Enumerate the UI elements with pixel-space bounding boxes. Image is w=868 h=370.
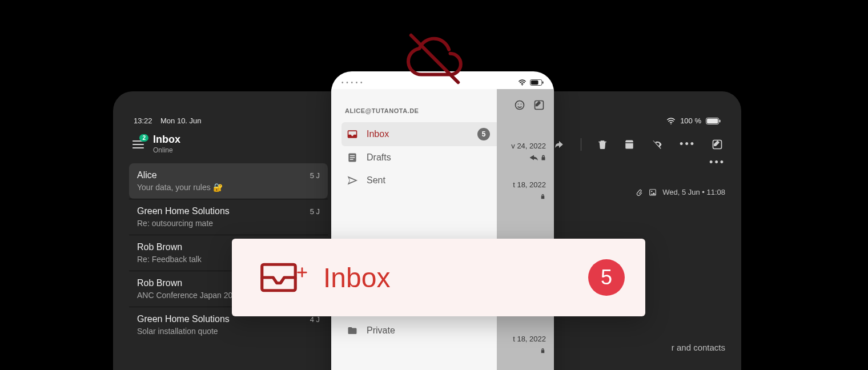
- email-sender: Alice: [137, 170, 157, 180]
- email-preview: Re: outsourcing mate: [137, 219, 320, 228]
- cloud-off-icon: [397, 27, 472, 90]
- peek-reply-lock: [529, 154, 546, 161]
- svg-rect-15: [531, 81, 539, 85]
- svg-rect-2: [707, 118, 718, 123]
- dynamic-island-dots: • • • • •: [341, 79, 363, 86]
- image-thumb-icon: [649, 188, 657, 196]
- email-item[interactable]: Green Home Solutions 5 J Re: outsourcing…: [129, 199, 328, 235]
- svg-point-21: [516, 101, 524, 110]
- menu-button[interactable]: 2: [131, 138, 145, 151]
- battery-icon: [706, 118, 721, 124]
- phone-folder-sidebar: ALICE@TUTANOTA.DE Inbox 5 Drafts Sent: [331, 89, 497, 370]
- email-preview: Your data, your rules 🔐: [137, 183, 320, 192]
- email-sender: Green Home Solutions: [137, 206, 230, 216]
- battery-icon: [530, 79, 544, 86]
- svg-rect-16: [542, 81, 544, 83]
- folder-label: Private: [367, 325, 395, 336]
- callout-label: Inbox: [323, 262, 390, 293]
- folder-label: Sent: [367, 175, 385, 186]
- inbox-count-badge: 5: [477, 128, 490, 140]
- inbox-icon: [346, 128, 359, 140]
- svg-point-22: [518, 104, 519, 105]
- email-preview: Solar installation quote: [137, 327, 320, 336]
- wifi-icon: [666, 118, 676, 124]
- drafts-icon: [346, 152, 359, 163]
- detail-date: Wed, 5 Jun • 11:08: [662, 188, 725, 196]
- phone-device-light: • • • • • ALICE@TUTANOTA.DE Inbox 5 Draf…: [331, 71, 554, 370]
- email-date: 5 J: [310, 171, 320, 180]
- status-left: 13:22 Mon 10. Jun: [134, 116, 202, 125]
- lock-icon: [540, 193, 546, 200]
- menu-badge: 2: [139, 134, 148, 142]
- tablet-detail-pane: ••• Wed, 5 Jun • 11:08: [542, 129, 725, 201]
- wifi-icon: [518, 79, 527, 86]
- tablet-title: Inbox: [153, 134, 180, 144]
- compose-icon[interactable]: [533, 99, 545, 111]
- status-date: Mon 10. Jun: [160, 116, 202, 125]
- status-right: 100 %: [666, 116, 721, 125]
- inbox-callout: Inbox 5: [232, 239, 645, 316]
- status-battery-text: 100 %: [680, 116, 701, 125]
- svg-rect-19: [350, 157, 355, 158]
- account-email: ALICE@TUTANOTA.DE: [341, 94, 497, 122]
- body-fragment: r and contacts: [672, 343, 725, 352]
- status-time: 13:22: [134, 116, 152, 125]
- peek-date: t 18, 2022: [513, 335, 546, 343]
- folder-icon: [346, 325, 359, 336]
- phone-peek-column: v 24, 2022 t 18, 2022 t 18, 2022 t 18, 2…: [497, 89, 554, 370]
- callout-count-badge: 5: [588, 259, 625, 296]
- detail-more-icon[interactable]: •••: [709, 156, 725, 168]
- peek-date: t 18, 2022: [513, 180, 546, 189]
- email-sender: Rob Brown: [137, 278, 182, 288]
- folder-inbox[interactable]: Inbox 5: [341, 122, 497, 146]
- sent-icon: [346, 175, 359, 186]
- email-date: 5 J: [310, 207, 320, 216]
- svg-point-23: [521, 104, 522, 105]
- email-item[interactable]: Alice 5 J Your data, your rules 🔐: [129, 163, 328, 199]
- svg-point-12: [651, 191, 652, 192]
- tablet-subtitle: Online: [153, 146, 180, 154]
- tablet-title-block: Inbox Online: [153, 134, 180, 154]
- emoji-icon[interactable]: [514, 99, 525, 111]
- attachment-icon: [635, 188, 643, 196]
- svg-rect-3: [720, 119, 721, 122]
- email-sender: Green Home Solutions: [137, 314, 230, 324]
- folder-private[interactable]: Private: [341, 320, 497, 341]
- lock-icon: [540, 347, 546, 354]
- inbox-tray-icon: [252, 255, 308, 300]
- svg-rect-18: [350, 155, 355, 156]
- peek-date: v 24, 2022: [511, 142, 546, 150]
- folder-sent[interactable]: Sent: [341, 169, 497, 192]
- svg-rect-20: [350, 159, 353, 160]
- email-sender: Rob Brown: [137, 242, 182, 252]
- svg-point-13: [522, 85, 523, 86]
- folder-label: Drafts: [367, 152, 391, 163]
- folder-drafts[interactable]: Drafts: [341, 146, 497, 169]
- svg-point-0: [670, 123, 672, 124]
- folder-label: Inbox: [367, 129, 389, 139]
- email-date: 4 J: [310, 315, 320, 324]
